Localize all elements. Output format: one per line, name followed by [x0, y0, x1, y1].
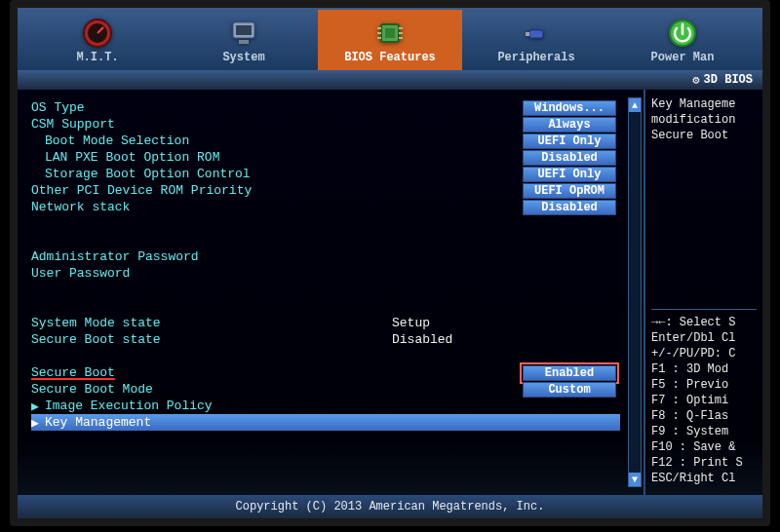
- state-label: Secure Boot state: [31, 332, 392, 347]
- help-key: F8 : Q-Flas: [651, 409, 757, 425]
- setting-storage-boot[interactable]: Storage Boot Option Control UEFI Only: [31, 166, 638, 182]
- setting-value[interactable]: UEFI OpROM: [523, 183, 616, 199]
- setting-label: CSM Support: [31, 117, 523, 132]
- svg-rect-15: [526, 32, 529, 36]
- submenu-label: Key Management: [45, 415, 151, 430]
- state-system-mode: System Mode state Setup: [31, 315, 638, 331]
- setting-label: Storage Boot Option Control: [31, 167, 523, 181]
- setting-value[interactable]: Custom: [523, 382, 616, 398]
- setting-label: User Password: [31, 266, 616, 281]
- computer-icon: [176, 16, 312, 51]
- state-value: Disabled: [392, 332, 616, 347]
- bios-screen: M.I.T. System BIOS Features Peripherals …: [10, 0, 770, 526]
- setting-csm-support[interactable]: CSM Support Always: [31, 116, 638, 133]
- brand-text: 3D BIOS: [704, 73, 753, 87]
- power-icon: [614, 16, 751, 51]
- help-key: F1 : 3D Mod: [651, 362, 757, 378]
- tab-peripherals[interactable]: Peripherals: [464, 10, 608, 70]
- setting-admin-password[interactable]: Administrator Password: [31, 248, 638, 265]
- help-key: F12 : Print S: [651, 456, 757, 472]
- setting-value[interactable]: Enabled: [523, 365, 616, 381]
- setting-other-pci[interactable]: Other PCI Device ROM Priority UEFI OpROM: [31, 182, 638, 199]
- setting-network-stack[interactable]: Network stack Disabled: [31, 199, 638, 215]
- submenu-key-management[interactable]: ▶ Key Management: [31, 414, 620, 431]
- footer: Copyright (C) 2013 American Megatrends, …: [18, 495, 762, 518]
- state-secure-boot: Secure Boot state Disabled: [31, 331, 638, 348]
- chip-icon: [322, 16, 458, 51]
- tab-label: Peripherals: [468, 51, 604, 64]
- setting-value[interactable]: Disabled: [523, 200, 616, 215]
- setting-value[interactable]: UEFI Only: [523, 167, 616, 182]
- scroll-up-icon[interactable]: ▲: [629, 98, 641, 112]
- setting-secure-boot-mode[interactable]: Secure Boot Mode Custom: [31, 381, 638, 398]
- usb-icon: [468, 16, 604, 51]
- content-area: OS Type Windows... CSM Support Always Bo…: [18, 90, 762, 495]
- help-key: F10 : Save &: [651, 440, 757, 456]
- help-key: ESC/Right Cl: [651, 472, 757, 487]
- copyright-text: Copyright (C) 2013 American Megatrends, …: [236, 500, 545, 513]
- state-label: System Mode state: [31, 316, 392, 330]
- setting-value[interactable]: Always: [523, 117, 616, 133]
- tab-mit[interactable]: M.I.T.: [25, 10, 170, 70]
- tab-label: System: [176, 51, 312, 64]
- tab-bios-features[interactable]: BIOS Features: [318, 10, 462, 70]
- svg-rect-7: [385, 28, 395, 38]
- svg-rect-4: [236, 25, 252, 35]
- setting-value[interactable]: Windows...: [523, 100, 616, 116]
- setting-label: Secure Boot: [31, 365, 523, 380]
- setting-label: Secure Boot Mode: [31, 382, 523, 397]
- submenu-label: Image Execution Policy: [45, 399, 213, 413]
- help-key: →←: Select S: [651, 316, 757, 331]
- setting-label: Boot Mode Selection: [31, 133, 523, 148]
- help-key: F5 : Previo: [651, 378, 757, 394]
- setting-label: LAN PXE Boot Option ROM: [31, 150, 523, 165]
- setting-boot-mode[interactable]: Boot Mode Selection UEFI Only: [31, 133, 638, 149]
- gauge-icon: [29, 16, 166, 51]
- scroll-down-icon[interactable]: ▼: [629, 473, 641, 486]
- tab-label: Power Man: [614, 51, 751, 64]
- tab-system[interactable]: System: [172, 10, 316, 70]
- setting-label: Other PCI Device ROM Priority: [31, 183, 523, 198]
- setting-os-type[interactable]: OS Type Windows...: [31, 99, 638, 116]
- triangle-icon: ▶: [31, 415, 41, 431]
- help-key: +/-/PU/PD: C: [651, 347, 757, 362]
- setting-label: Administrator Password: [31, 249, 616, 264]
- svg-rect-5: [239, 40, 249, 44]
- help-text: Secure Boot: [651, 129, 757, 144]
- tab-label: M.I.T.: [29, 51, 166, 64]
- setting-label: OS Type: [31, 100, 523, 115]
- setting-secure-boot[interactable]: Secure Boot Enabled: [31, 364, 638, 381]
- state-value: Setup: [392, 316, 616, 330]
- help-panel: Key Manageme modification Secure Boot →←…: [645, 90, 762, 495]
- svg-rect-14: [529, 30, 543, 38]
- setting-value[interactable]: Disabled: [523, 150, 616, 166]
- setting-value[interactable]: UEFI Only: [523, 133, 616, 149]
- gear-icon: ⚙: [692, 73, 699, 88]
- tab-power[interactable]: Power Man: [610, 10, 755, 70]
- setting-user-password[interactable]: User Password: [31, 265, 638, 282]
- triangle-icon: ▶: [31, 399, 41, 414]
- help-key: Enter/Dbl Cl: [651, 331, 757, 347]
- tab-bar: M.I.T. System BIOS Features Peripherals …: [18, 8, 762, 70]
- submenu-image-execution[interactable]: ▶ Image Execution Policy: [31, 398, 638, 414]
- setting-label: Network stack: [31, 200, 523, 214]
- tab-label: BIOS Features: [322, 51, 458, 64]
- help-text: modification: [651, 113, 757, 129]
- brand-bar: ⚙ 3D BIOS: [18, 70, 762, 90]
- help-key: F7 : Optimi: [651, 394, 757, 409]
- help-key: F9 : System: [651, 425, 757, 440]
- scrollbar[interactable]: ▲ ▼: [628, 97, 642, 487]
- setting-lan-pxe[interactable]: LAN PXE Boot Option ROM Disabled: [31, 149, 638, 166]
- help-text: Key Manageme: [651, 97, 757, 113]
- main-panel: OS Type Windows... CSM Support Always Bo…: [18, 90, 645, 495]
